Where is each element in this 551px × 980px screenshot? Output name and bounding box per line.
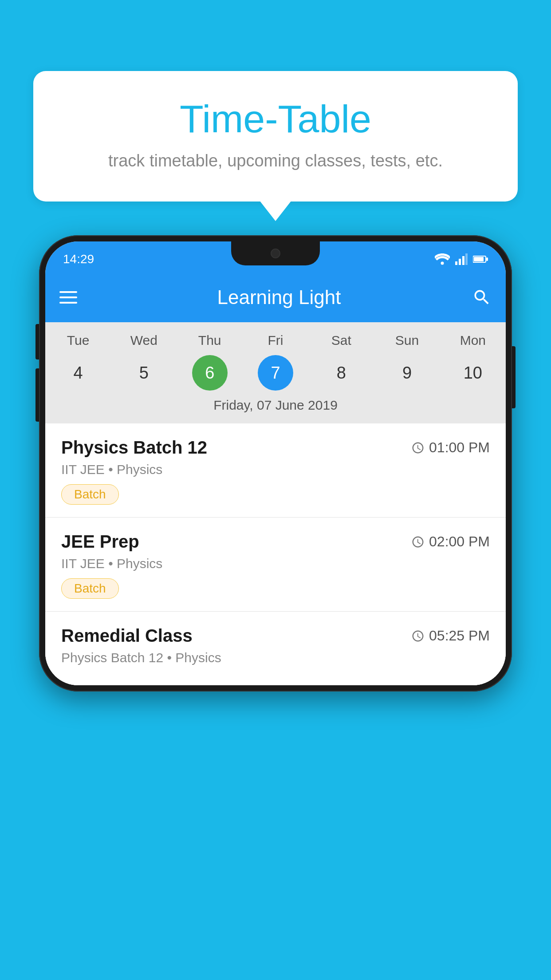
svg-rect-1: [455, 261, 457, 265]
date-6-today[interactable]: 6: [192, 355, 228, 391]
phone-screen: 14:29: [45, 241, 506, 685]
app-bar: Learning Light: [45, 273, 506, 322]
speech-bubble: Time-Table track timetable, upcoming cla…: [33, 71, 518, 202]
date-7-selected[interactable]: 7: [258, 355, 293, 391]
schedule-list: Physics Batch 12 01:00 PM IIT JEE • Phys…: [45, 423, 506, 685]
selected-date-label: Friday, 07 June 2019: [45, 398, 506, 416]
day-header-tue: Tue: [51, 333, 105, 348]
status-icons: [435, 253, 488, 265]
search-icon[interactable]: [472, 288, 492, 307]
speech-bubble-section: Time-Table track timetable, upcoming cla…: [33, 71, 518, 202]
volume-up-button: [35, 324, 39, 360]
front-camera: [271, 249, 280, 258]
schedule-item-1-header: Physics Batch 12 01:00 PM: [61, 438, 490, 458]
date-9[interactable]: 9: [390, 355, 425, 391]
clock-icon-3: [411, 629, 425, 643]
schedule-item-1[interactable]: Physics Batch 12 01:00 PM IIT JEE • Phys…: [45, 423, 506, 518]
day-header-sat: Sat: [315, 333, 368, 348]
app-title: Learning Light: [100, 286, 458, 308]
schedule-item-2-title: JEE Prep: [61, 532, 139, 552]
schedule-item-2-time: 02:00 PM: [411, 533, 490, 550]
day-header-thu: Thu: [183, 333, 236, 348]
svg-rect-6: [474, 257, 484, 261]
day-numbers: 4 5 6 7 8 9 10: [45, 355, 506, 391]
bubble-title: Time-Table: [69, 98, 482, 141]
phone-frame: 14:29: [39, 235, 512, 692]
svg-rect-4: [465, 253, 468, 265]
schedule-item-3-title: Remedial Class: [61, 626, 193, 646]
svg-rect-7: [486, 257, 488, 261]
svg-rect-2: [459, 259, 461, 265]
volume-down-button: [35, 368, 39, 422]
day-header-wed: Wed: [117, 333, 170, 348]
schedule-item-1-time: 01:00 PM: [411, 439, 490, 456]
phone-wrapper: 14:29: [39, 235, 512, 692]
calendar-strip: Tue Wed Thu Fri Sat Sun Mon 4 5 6 7 8 9 …: [45, 322, 506, 423]
schedule-item-3-time-text: 05:25 PM: [429, 628, 490, 644]
clock-icon-1: [411, 441, 425, 454]
wifi-icon: [435, 253, 450, 265]
svg-point-0: [441, 262, 444, 265]
schedule-item-3-time: 05:25 PM: [411, 628, 490, 644]
date-8[interactable]: 8: [323, 355, 359, 391]
date-4[interactable]: 4: [60, 355, 96, 391]
bubble-subtitle: track timetable, upcoming classes, tests…: [69, 151, 482, 170]
signal-icon: [455, 253, 468, 265]
schedule-item-2-header: JEE Prep 02:00 PM: [61, 532, 490, 552]
schedule-item-3[interactable]: Remedial Class 05:25 PM Physics Batch 12…: [45, 612, 506, 685]
schedule-item-2-tag: Batch: [61, 578, 119, 599]
power-button: [512, 346, 516, 408]
schedule-item-2-meta: IIT JEE • Physics: [61, 556, 490, 571]
schedule-item-1-time-text: 01:00 PM: [429, 439, 490, 456]
day-header-sun: Sun: [381, 333, 434, 348]
schedule-item-1-title: Physics Batch 12: [61, 438, 207, 458]
phone-notch: [231, 241, 320, 265]
date-10[interactable]: 10: [455, 355, 491, 391]
schedule-item-2-time-text: 02:00 PM: [429, 533, 490, 550]
schedule-item-1-tag: Batch: [61, 484, 119, 505]
day-headers: Tue Wed Thu Fri Sat Sun Mon: [45, 333, 506, 348]
hamburger-menu-button[interactable]: [59, 291, 77, 304]
schedule-item-1-meta: IIT JEE • Physics: [61, 462, 490, 477]
svg-rect-3: [462, 256, 464, 265]
date-5[interactable]: 5: [126, 355, 161, 391]
schedule-item-3-meta: Physics Batch 12 • Physics: [61, 650, 490, 665]
day-header-mon: Mon: [446, 333, 500, 348]
status-time: 14:29: [63, 252, 94, 266]
battery-icon: [473, 255, 488, 263]
schedule-item-3-header: Remedial Class 05:25 PM: [61, 626, 490, 646]
day-header-fri: Fri: [249, 333, 302, 348]
clock-icon-2: [411, 535, 425, 549]
schedule-item-2[interactable]: JEE Prep 02:00 PM IIT JEE • Physics Batc…: [45, 518, 506, 612]
